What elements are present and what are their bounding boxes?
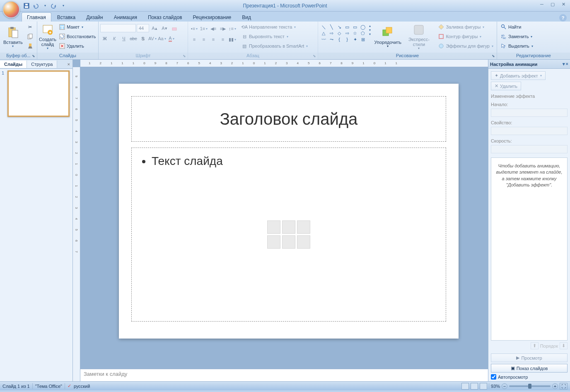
clipboard-launcher[interactable]: ⬊ (31, 53, 36, 58)
char-spacing-button[interactable]: AV (148, 34, 157, 43)
shape-tri-icon[interactable]: △ (320, 30, 327, 36)
find-button[interactable]: Найти (499, 22, 535, 31)
shrink-font-button[interactable]: A▾ (160, 24, 169, 32)
tab-animation[interactable]: Анимация (109, 13, 142, 22)
gallery-up-button[interactable]: ▴ (369, 24, 373, 28)
increase-indent-button[interactable]: ≡▶ (218, 24, 227, 33)
shape-arrow3-icon[interactable]: ⇨ (343, 30, 351, 36)
clear-format-button[interactable] (170, 24, 179, 32)
close-button[interactable]: ✕ (558, 1, 568, 7)
slide-thumbnail[interactable]: 1 (2, 70, 71, 117)
canvas-area[interactable]: Заголовок слайда Текст слайда (73, 67, 488, 369)
quick-styles-button[interactable]: Экспресс-стили▾ (403, 22, 436, 51)
shape-outline-button[interactable]: Контур фигуры (436, 32, 495, 41)
insert-picture-icon[interactable] (267, 235, 280, 249)
pane-menu-button[interactable]: ▾ (563, 61, 565, 67)
shape-fill-button[interactable]: Заливка фигуры (436, 22, 495, 31)
shape-diamond-icon[interactable]: ◇ (336, 30, 343, 36)
paste-button[interactable]: Вставить ▾ (2, 22, 24, 51)
content-placeholder[interactable]: Текст слайда (131, 148, 446, 322)
start-combo[interactable] (491, 109, 568, 117)
shape-conn-icon[interactable]: ⤳ (328, 36, 335, 42)
tab-slides-thumb[interactable]: Слайды (0, 60, 27, 68)
order-down-button[interactable]: ⬇ (560, 342, 568, 349)
tab-insert[interactable]: Вставка (52, 13, 81, 22)
arrange-button[interactable]: Упорядочить▾ (374, 22, 402, 51)
normal-view-button[interactable] (461, 383, 469, 390)
undo-dropdown[interactable] (41, 2, 49, 10)
font-size-combo[interactable]: 44 (137, 24, 149, 32)
zoom-slider[interactable] (509, 385, 551, 387)
slideshow-view-button[interactable] (480, 383, 487, 390)
shape-line2-icon[interactable]: ╲ (328, 24, 335, 30)
format-painter-button[interactable] (25, 41, 35, 51)
help-button[interactable]: ? (559, 14, 567, 22)
spell-check-icon[interactable]: ✓ (68, 383, 71, 389)
text-direction-button[interactable]: ⟲AНаправление текста (239, 22, 309, 31)
zoom-out-button[interactable]: − (502, 383, 507, 389)
qat-customize[interactable] (59, 2, 67, 10)
copy-button[interactable] (25, 32, 35, 41)
decrease-indent-button[interactable]: ◀≡ (209, 24, 218, 33)
strike-button[interactable]: abc (129, 34, 138, 43)
autoplay-checkbox[interactable]: Автопросмотр (491, 374, 568, 380)
align-center-button[interactable]: ≡ (199, 35, 208, 44)
line-spacing-button[interactable]: ↕≡ (228, 24, 237, 33)
sorter-view-button[interactable] (471, 383, 478, 390)
slide-canvas[interactable]: Заголовок слайда Текст слайда (119, 84, 459, 339)
tab-view[interactable]: Вид (237, 13, 256, 22)
shape-star-icon[interactable]: ☆ (351, 30, 359, 36)
tab-home[interactable]: Главная (22, 12, 51, 22)
gallery-more-button[interactable]: ▾ (369, 32, 373, 36)
title-placeholder[interactable]: Заголовок слайда (131, 96, 446, 142)
shape-arrow-icon[interactable]: ↘ (336, 24, 343, 30)
shape-more-icon[interactable]: ⊞ (359, 36, 367, 42)
zoom-value[interactable]: 93% (491, 384, 500, 389)
status-slide[interactable]: Слайд 1 из 1 (2, 384, 30, 389)
layout-button[interactable]: Макет (57, 22, 97, 31)
reset-button[interactable]: Восстановить (57, 32, 97, 41)
tab-slideshow[interactable]: Показ слайдов (143, 13, 187, 22)
shape-arrow2-icon[interactable]: ⇨ (328, 30, 335, 36)
bullets-button[interactable]: •≡ (190, 24, 199, 33)
undo-icon[interactable] (31, 2, 40, 10)
new-slide-button[interactable]: ✦ Создать слайд ▾ (39, 22, 56, 51)
tab-review[interactable]: Рецензирование (188, 13, 237, 22)
zoom-in-button[interactable]: + (552, 383, 558, 389)
tab-outline[interactable]: Структура (27, 60, 57, 68)
columns-button[interactable]: ▮▮ (228, 35, 237, 44)
speed-combo[interactable] (491, 145, 568, 153)
insert-chart-icon[interactable] (282, 220, 295, 234)
justify-button[interactable]: ≡ (218, 35, 227, 44)
office-button[interactable] (2, 1, 20, 18)
status-language[interactable]: русский (74, 384, 90, 389)
property-combo[interactable] (491, 127, 568, 135)
shape-brace2-icon[interactable]: } (343, 36, 351, 42)
italic-button[interactable]: К (110, 34, 119, 43)
zoom-slider-thumb[interactable] (528, 384, 531, 389)
preview-button[interactable]: ▶Просмотр (491, 353, 568, 362)
tab-design[interactable]: Дизайн (81, 13, 108, 22)
shape-rect-icon[interactable]: ▭ (343, 24, 351, 30)
align-text-button[interactable]: ⊟Выровнять текст (239, 32, 309, 41)
shape-brace-icon[interactable]: { (336, 36, 343, 42)
remove-effect-button[interactable]: ✕Удалить (491, 82, 521, 90)
fit-window-button[interactable]: ⛶ (560, 383, 568, 390)
shape-curve-icon[interactable]: 〰 (320, 36, 327, 42)
slideshow-button[interactable]: ▣Показ слайдов (491, 364, 568, 373)
redo-icon[interactable] (50, 2, 58, 10)
horizontal-ruler[interactable]: 12111098765432101234567891011 (80, 60, 488, 67)
numbering-button[interactable]: 1≡ (199, 24, 208, 33)
shape-oval-icon[interactable]: ◯ (359, 24, 367, 30)
shapes-gallery[interactable]: ＼╲↘▭▭◯ △⇨◇⇨☆⬠ 〰⤳{}✦⊞ (320, 24, 367, 42)
status-theme[interactable]: "Тема Office" (35, 384, 62, 389)
order-up-button[interactable]: ⬆ (531, 342, 539, 349)
panel-close-button[interactable]: × (65, 62, 72, 67)
replace-button[interactable]: abacЗаменить (499, 32, 535, 41)
align-left-button[interactable]: ≡ (190, 35, 199, 44)
delete-slide-button[interactable]: Удалить (57, 41, 97, 51)
notes-pane[interactable]: Заметки к слайду (80, 369, 488, 381)
save-icon[interactable] (22, 2, 31, 10)
underline-button[interactable]: Ч (119, 34, 128, 43)
pane-close-button[interactable]: × (566, 61, 568, 67)
